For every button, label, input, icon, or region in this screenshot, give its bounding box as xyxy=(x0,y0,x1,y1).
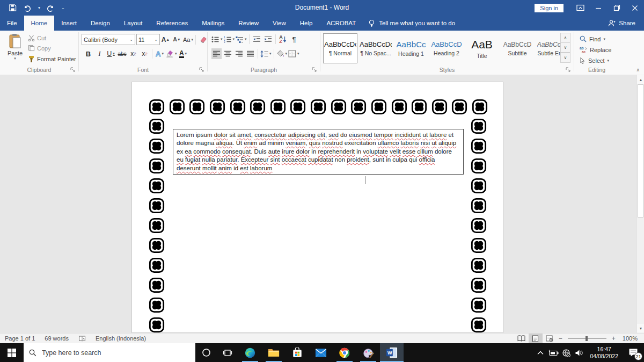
styles-scroll-up-button[interactable]: ∧ xyxy=(560,33,570,43)
print-layout-button[interactable] xyxy=(529,334,543,343)
ribbon-display-options-icon[interactable] xyxy=(571,0,589,16)
lorem-ipsum-text-box[interactable]: Lorem ipsum dolor sit amet, consectetur … xyxy=(173,129,464,175)
shrink-font-button[interactable]: A▼ xyxy=(172,34,182,45)
tell-me-box[interactable]: Tell me what you want to do xyxy=(363,16,460,31)
taskbar-app-mail[interactable] xyxy=(309,343,333,362)
redo-icon[interactable] xyxy=(46,3,55,13)
taskbar-search-input[interactable] xyxy=(41,349,166,357)
style-card--normal[interactable]: AaBbCcDc¶ Normal xyxy=(323,33,357,63)
web-layout-button[interactable] xyxy=(543,334,557,343)
paste-button[interactable]: Paste ▾ xyxy=(4,33,26,61)
customize-qat-caret[interactable]: ⌄ xyxy=(61,5,65,10)
read-mode-button[interactable] xyxy=(515,334,529,343)
taskbar-app-store[interactable] xyxy=(286,343,309,362)
zoom-in-button[interactable]: + xyxy=(610,335,618,342)
taskbar-clock[interactable]: 16:47 04/08/2022 xyxy=(586,346,623,360)
bold-button[interactable]: B xyxy=(83,48,93,59)
task-view-button[interactable] xyxy=(217,343,238,362)
italic-button[interactable]: I xyxy=(94,48,105,59)
justify-button[interactable] xyxy=(245,48,255,59)
bullets-button[interactable] xyxy=(211,34,223,45)
line-spacing-button[interactable] xyxy=(260,48,272,59)
save-icon[interactable] xyxy=(8,3,17,13)
clipboard-dialog-launcher[interactable] xyxy=(70,67,76,73)
font-size-combobox[interactable]: 11 ⌄ xyxy=(136,34,160,45)
decrease-indent-button[interactable] xyxy=(252,34,262,45)
tab-view[interactable]: View xyxy=(266,16,293,31)
tab-layout[interactable]: Layout xyxy=(117,16,150,31)
action-center-button[interactable]: 21 xyxy=(623,343,644,362)
align-left-button[interactable] xyxy=(211,48,222,59)
share-button[interactable]: Share xyxy=(599,16,644,31)
language-indicator[interactable]: English (Indonesia) xyxy=(91,335,151,342)
numbering-button[interactable]: 123 xyxy=(224,34,235,45)
tab-review[interactable]: Review xyxy=(231,16,266,31)
zoom-slider-thumb[interactable] xyxy=(586,336,588,341)
multilevel-list-button[interactable] xyxy=(236,34,247,45)
change-case-button[interactable]: Aa xyxy=(183,34,193,45)
speaker-icon[interactable] xyxy=(573,343,586,362)
tab-mailings[interactable]: Mailings xyxy=(195,16,231,31)
underline-button[interactable]: U xyxy=(106,48,116,59)
tab-acrobat[interactable]: ACROBAT xyxy=(319,16,363,31)
replace-button[interactable]: abac Replace xyxy=(580,45,611,55)
taskbar-app-word[interactable]: W xyxy=(380,343,404,362)
zoom-slider[interactable] xyxy=(568,338,606,339)
style-card-heading-2[interactable]: AaBbCcDHeading 2 xyxy=(429,33,464,63)
word-count[interactable]: 69 words xyxy=(40,335,74,342)
taskbar-app-file-explorer[interactable] xyxy=(262,343,286,362)
scrollbar-up-arrow[interactable]: ▲ xyxy=(637,75,644,84)
taskbar-app-paint3d[interactable] xyxy=(356,343,380,362)
taskbar-app-edge[interactable] xyxy=(238,343,262,362)
subscript-button[interactable]: x2 xyxy=(128,48,138,59)
styles-dialog-launcher[interactable] xyxy=(565,67,572,73)
show-hide-pilcrow-button[interactable]: ¶ xyxy=(289,34,299,45)
align-right-button[interactable] xyxy=(234,48,244,59)
start-button[interactable] xyxy=(0,343,24,362)
font-name-combobox[interactable]: Calibri (Body ⌄ xyxy=(82,34,135,45)
minimize-button[interactable] xyxy=(589,0,608,16)
grow-font-button[interactable]: A▲ xyxy=(160,34,171,45)
scrollbar-down-arrow[interactable]: ▼ xyxy=(637,324,644,332)
cortana-button[interactable] xyxy=(195,343,217,362)
vertical-scrollbar[interactable]: ▲ ▼ xyxy=(636,75,644,333)
sort-button[interactable]: AZ xyxy=(278,34,288,45)
highlight-color-button[interactable] xyxy=(166,48,177,59)
font-color-button[interactable]: A xyxy=(178,48,188,59)
restore-button[interactable] xyxy=(608,0,626,16)
page-indicator[interactable]: Page 1 of 1 xyxy=(0,335,40,342)
style-card-heading-1[interactable]: AaBbCcHeading 1 xyxy=(394,33,428,63)
style-card--no-spac-[interactable]: AaBbCcDc¶ No Spac... xyxy=(358,33,393,63)
tab-references[interactable]: References xyxy=(149,16,195,31)
styles-more-button[interactable]: ∨ xyxy=(560,52,570,63)
document-page[interactable]: Lorem ipsum dolor sit amet, consectetur … xyxy=(131,82,503,333)
cut-button[interactable]: Cut xyxy=(28,34,46,41)
styles-scroll-down-button[interactable]: ∨ xyxy=(560,42,570,53)
taskbar-app-chrome[interactable] xyxy=(333,343,356,362)
tab-design[interactable]: Design xyxy=(84,16,117,31)
zoom-level[interactable]: 100% xyxy=(618,335,644,342)
select-button[interactable]: Select ▾ xyxy=(580,55,609,66)
battery-icon[interactable] xyxy=(547,343,560,362)
collapse-ribbon-chevron[interactable]: ∧ xyxy=(636,67,640,73)
strikethrough-button[interactable]: abc xyxy=(117,48,127,59)
network-globe-icon[interactable] xyxy=(560,343,573,362)
tab-file[interactable]: File xyxy=(0,16,24,31)
superscript-button[interactable]: x2 xyxy=(140,48,150,59)
tab-insert[interactable]: Insert xyxy=(54,16,84,31)
undo-dropdown-caret[interactable]: ▾ xyxy=(38,5,40,10)
align-center-button[interactable] xyxy=(223,48,233,59)
style-card-title[interactable]: AaBTitle xyxy=(465,33,499,63)
taskbar-search-box[interactable] xyxy=(24,343,195,362)
close-button[interactable] xyxy=(626,0,644,16)
format-painter-button[interactable]: Format Painter xyxy=(28,55,76,63)
tab-help[interactable]: Help xyxy=(293,16,320,31)
font-dialog-launcher[interactable] xyxy=(199,67,205,73)
increase-indent-button[interactable] xyxy=(263,34,273,45)
find-button[interactable]: Find ▾ xyxy=(580,34,605,44)
hidden-icons-chevron[interactable] xyxy=(534,343,547,362)
proofing-status[interactable] xyxy=(74,335,91,342)
shading-button[interactable] xyxy=(276,48,288,59)
borders-button[interactable] xyxy=(288,48,299,59)
sign-in-button[interactable]: Sign in xyxy=(535,4,564,12)
